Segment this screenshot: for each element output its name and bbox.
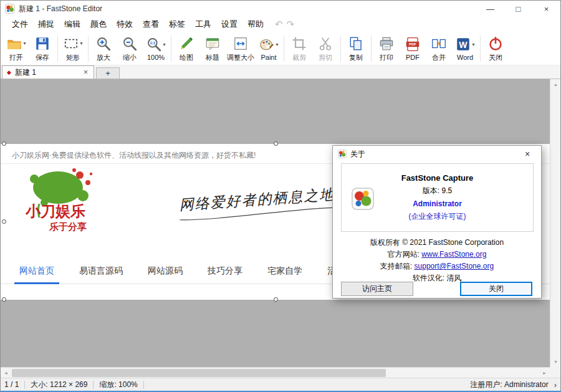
menu-tag[interactable]: 标签	[164, 17, 190, 32]
cut-button: 剪切	[312, 34, 338, 63]
website-logo: 小刀娱乐 乐于分享	[21, 168, 114, 237]
rect-select-button[interactable]: ▾ 矩形	[60, 34, 86, 63]
resize-button[interactable]: 调整大小	[226, 34, 256, 63]
nav-source: 网站源码	[148, 265, 183, 284]
logo-text-top: 小刀娱乐	[25, 203, 85, 219]
print-button[interactable]: 打印	[373, 34, 400, 63]
selection-handle-top-center[interactable]	[274, 141, 278, 146]
save-button[interactable]: 保存	[29, 34, 55, 63]
selection-handle-top-left[interactable]	[2, 141, 6, 146]
scroll-left-icon[interactable]: ◄	[1, 368, 11, 378]
tool-label: PDF	[406, 54, 420, 61]
statusbar-expand-icon[interactable]: ›	[554, 380, 557, 390]
close-button[interactable]: ×	[532, 1, 560, 17]
tool-label: 复制	[349, 53, 363, 62]
selection-handle-bottom-left[interactable]	[2, 297, 6, 302]
menu-file[interactable]: 文件	[7, 17, 33, 32]
cut-scissors-icon	[317, 36, 333, 52]
caption-button[interactable]: 标题	[199, 34, 226, 63]
close-editor-button[interactable]: 关闭	[482, 34, 509, 63]
tool-label: 100%	[147, 54, 165, 61]
tab-diamond-icon: ◆	[7, 69, 11, 75]
titlebar: 新建 1 - FastStone Editor — □ ×	[1, 1, 560, 17]
about-registered-to[interactable]: Administrator	[413, 199, 462, 208]
status-separator	[93, 381, 94, 389]
word-button[interactable]: W▾ Word	[452, 35, 478, 62]
scroll-right-icon[interactable]: ►	[539, 368, 550, 378]
menu-help[interactable]: 帮助	[242, 17, 269, 32]
vertical-scrollbar[interactable]: ▲ ▼	[550, 79, 560, 367]
dropdown-arrow-icon[interactable]: ▾	[472, 42, 474, 47]
new-tab-button[interactable]: +	[96, 67, 120, 79]
zoom-actual-size-icon: 1:1	[146, 36, 162, 52]
nav-tips: 技巧分享	[208, 265, 242, 284]
menu-capture[interactable]: 捕捉	[33, 17, 59, 32]
copy-icon	[348, 36, 364, 52]
paint-button[interactable]: ▾ Paint	[256, 35, 282, 62]
about-version: 版本: 9.5	[423, 186, 452, 196]
tabbar: ◆ 新建 1 × +	[1, 65, 560, 79]
website-slogan: 网络爱好者的栖息之地	[163, 184, 352, 227]
status-separator	[143, 381, 144, 389]
copy-button[interactable]: 复制	[343, 34, 369, 63]
about-app-name: FastStone Capture	[401, 173, 474, 183]
zoom-100-button[interactable]: 1:1▾ 100%	[143, 35, 169, 62]
menu-effects[interactable]: 特效	[112, 17, 138, 32]
visit-homepage-button[interactable]: 访问主页	[341, 282, 413, 296]
about-close-button[interactable]: 关闭	[460, 282, 532, 296]
selection-handle-left-middle[interactable]	[2, 219, 6, 224]
menu-tools[interactable]: 工具	[190, 17, 216, 32]
save-floppy-icon	[34, 36, 50, 52]
scroll-up-icon[interactable]: ▲	[550, 79, 560, 90]
dropdown-arrow-icon[interactable]: ▾	[80, 41, 82, 46]
power-close-icon	[487, 36, 504, 52]
email-link[interactable]: support@FastStone.org	[415, 262, 494, 270]
svg-text:1:1: 1:1	[150, 41, 156, 45]
draw-button[interactable]: 绘图	[173, 34, 199, 63]
tool-label: 放大	[97, 53, 110, 62]
pdf-button[interactable]: PDF PDF	[400, 35, 426, 62]
tool-label: 剪切	[319, 53, 332, 62]
app-window: 新建 1 - FastStone Editor — □ × 文件 捕捉 编辑 颜…	[0, 0, 561, 392]
menu-colors[interactable]: 颜色	[85, 17, 112, 32]
about-details: 版权所有 © 2021 FastStone Corporation 官方网站: …	[333, 237, 541, 284]
about-dialog-close-icon[interactable]: ×	[519, 149, 536, 159]
open-button[interactable]: ▾ 打开	[3, 34, 29, 63]
dropdown-arrow-icon[interactable]: ▾	[23, 41, 26, 46]
website-link[interactable]: www.FastStone.org	[421, 250, 486, 259]
maximize-button[interactable]: □	[504, 1, 532, 17]
dropdown-arrow-icon[interactable]: ▾	[163, 42, 165, 47]
toolbar-separator	[171, 36, 171, 62]
svg-text:PDF: PDF	[409, 42, 416, 46]
about-dialog-titlebar[interactable]: 关于 ×	[333, 146, 541, 162]
join-button[interactable]: 合并	[426, 34, 452, 63]
editor-canvas[interactable]: 小刀娱乐网·免费提供绿色软件、活动线报以及其他网络资源，好货不私藏! 小刀娱乐 …	[1, 79, 560, 378]
menu-edit[interactable]: 编辑	[59, 17, 85, 32]
toolbar-separator	[340, 36, 341, 62]
toolbar-separator	[57, 36, 58, 62]
selection-handle-bottom-center[interactable]	[274, 297, 278, 302]
zoom-out-button[interactable]: 缩小	[117, 34, 143, 63]
scroll-down-icon[interactable]: ▼	[550, 356, 560, 367]
about-license[interactable]: (企业全球许可证)	[409, 211, 466, 222]
window-title: 新建 1 - FastStone Editor	[19, 4, 102, 14]
tool-label: 关闭	[489, 53, 502, 62]
horizontal-scrollbar-thumb[interactable]	[12, 369, 386, 377]
pdf-icon: PDF	[405, 36, 421, 52]
tool-label: 调整大小	[227, 53, 254, 62]
join-pages-icon	[431, 36, 447, 52]
undo-icon[interactable]: ↶	[275, 19, 283, 30]
horizontal-scrollbar[interactable]: ◄ ►	[1, 367, 550, 378]
minimize-button[interactable]: —	[476, 1, 504, 17]
tab-new-1[interactable]: ◆ 新建 1 ×	[2, 65, 94, 79]
tab-close-icon[interactable]: ×	[82, 68, 89, 77]
tool-label: 保存	[36, 53, 49, 62]
menu-settings[interactable]: 设置	[216, 17, 242, 32]
scrollbar-corner	[550, 367, 560, 378]
dropdown-arrow-icon[interactable]: ▾	[276, 42, 278, 47]
redo-icon[interactable]: ↷	[287, 19, 295, 30]
status-separator	[24, 381, 25, 389]
menu-view[interactable]: 查看	[138, 17, 164, 32]
zoom-in-button[interactable]: 放大	[90, 34, 117, 63]
tool-label: 矩形	[66, 53, 80, 62]
